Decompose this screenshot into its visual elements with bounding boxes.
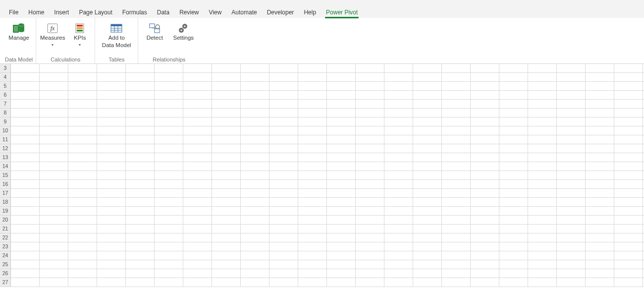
- cell[interactable]: [471, 73, 499, 81]
- cell[interactable]: [413, 278, 442, 287]
- cell[interactable]: [11, 73, 40, 81]
- cell[interactable]: [499, 153, 528, 162]
- cell[interactable]: [97, 189, 126, 197]
- cell[interactable]: [499, 117, 528, 126]
- cell[interactable]: [442, 269, 471, 278]
- cell[interactable]: [298, 64, 327, 72]
- cell[interactable]: [413, 242, 442, 251]
- cell[interactable]: [241, 242, 269, 251]
- cell[interactable]: [298, 225, 327, 233]
- cell[interactable]: [269, 198, 298, 206]
- cell[interactable]: [11, 135, 40, 144]
- cell[interactable]: [298, 171, 327, 179]
- cell[interactable]: [126, 269, 155, 278]
- cell[interactable]: [557, 109, 586, 117]
- cell[interactable]: [97, 233, 126, 242]
- cell[interactable]: [557, 171, 586, 179]
- cell[interactable]: [384, 100, 413, 108]
- cell[interactable]: [586, 117, 614, 126]
- cell[interactable]: [356, 73, 384, 81]
- cell[interactable]: [614, 251, 643, 260]
- cell[interactable]: [298, 198, 327, 206]
- spreadsheet-grid[interactable]: 3456789101112131415161718192021222324252…: [0, 64, 644, 288]
- cell[interactable]: [11, 117, 40, 126]
- cell[interactable]: [528, 251, 557, 260]
- cell[interactable]: [97, 278, 126, 287]
- cell[interactable]: [614, 144, 643, 153]
- cell[interactable]: [241, 260, 269, 269]
- cell[interactable]: [413, 233, 442, 242]
- cell[interactable]: [11, 100, 40, 108]
- cell[interactable]: [269, 233, 298, 242]
- cell[interactable]: [499, 216, 528, 224]
- cell[interactable]: [40, 242, 68, 251]
- cell[interactable]: [212, 126, 241, 135]
- cell[interactable]: [68, 207, 97, 215]
- cell[interactable]: [356, 126, 384, 135]
- cell[interactable]: [212, 109, 241, 117]
- cell[interactable]: [40, 144, 68, 153]
- cell[interactable]: [11, 207, 40, 215]
- tab-home[interactable]: Home: [23, 6, 49, 18]
- cell[interactable]: [241, 225, 269, 233]
- cell[interactable]: [11, 171, 40, 179]
- row-header[interactable]: 13: [0, 153, 11, 162]
- cell[interactable]: [384, 91, 413, 99]
- cell[interactable]: [212, 73, 241, 81]
- cell[interactable]: [384, 180, 413, 188]
- cell[interactable]: [269, 171, 298, 179]
- cell[interactable]: [298, 251, 327, 260]
- cell[interactable]: [97, 100, 126, 108]
- cell[interactable]: [68, 180, 97, 188]
- cell[interactable]: [68, 144, 97, 153]
- cell[interactable]: [126, 233, 155, 242]
- cell[interactable]: [384, 144, 413, 153]
- cell[interactable]: [356, 162, 384, 171]
- cell[interactable]: [212, 144, 241, 153]
- cell[interactable]: [68, 251, 97, 260]
- cell[interactable]: [11, 144, 40, 153]
- cell[interactable]: [356, 198, 384, 206]
- cell[interactable]: [183, 82, 212, 90]
- tab-automate[interactable]: Automate: [226, 6, 262, 18]
- cell[interactable]: [11, 82, 40, 90]
- cell[interactable]: [557, 242, 586, 251]
- cell[interactable]: [327, 91, 356, 99]
- cell[interactable]: [499, 82, 528, 90]
- cell[interactable]: [528, 91, 557, 99]
- cell[interactable]: [40, 126, 68, 135]
- cell[interactable]: [40, 171, 68, 179]
- row-header[interactable]: 14: [0, 162, 11, 171]
- cell[interactable]: [68, 216, 97, 224]
- cell[interactable]: [155, 135, 183, 144]
- cell[interactable]: [327, 251, 356, 260]
- row-header[interactable]: 4: [0, 73, 11, 81]
- cell[interactable]: [499, 207, 528, 215]
- cell[interactable]: [212, 180, 241, 188]
- row-header[interactable]: 10: [0, 126, 11, 135]
- cell[interactable]: [413, 73, 442, 81]
- cell[interactable]: [298, 153, 327, 162]
- cell[interactable]: [155, 216, 183, 224]
- cell[interactable]: [155, 278, 183, 287]
- cell[interactable]: [40, 198, 68, 206]
- cell[interactable]: [442, 216, 471, 224]
- cell[interactable]: [614, 73, 643, 81]
- cell[interactable]: [97, 207, 126, 215]
- cell[interactable]: [269, 278, 298, 287]
- cell[interactable]: [327, 135, 356, 144]
- cell[interactable]: [557, 91, 586, 99]
- cell[interactable]: [528, 117, 557, 126]
- cell[interactable]: [269, 242, 298, 251]
- cell[interactable]: [97, 260, 126, 269]
- cell[interactable]: [68, 64, 97, 72]
- cell[interactable]: [183, 269, 212, 278]
- cell[interactable]: [384, 153, 413, 162]
- cell[interactable]: [126, 162, 155, 171]
- cell[interactable]: [327, 117, 356, 126]
- cell[interactable]: [269, 251, 298, 260]
- cell[interactable]: [241, 144, 269, 153]
- cell[interactable]: [384, 64, 413, 72]
- cell[interactable]: [413, 180, 442, 188]
- cell[interactable]: [499, 162, 528, 171]
